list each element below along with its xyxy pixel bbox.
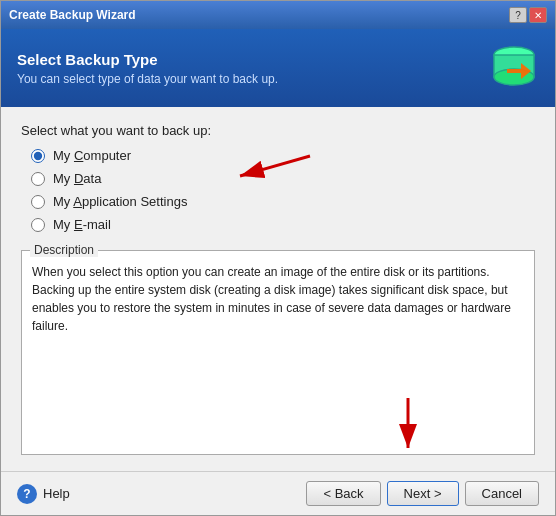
option-my-app-settings-label: My Application Settings [53,194,187,209]
window-title: Create Backup Wizard [9,8,136,22]
option-my-computer[interactable]: My Computer [31,148,535,163]
back-button[interactable]: < Back [306,481,380,506]
cancel-button[interactable]: Cancel [465,481,539,506]
option-my-computer-label: My Computer [53,148,131,163]
radio-my-computer[interactable] [31,149,45,163]
wizard-header: Select Backup Type You can select type o… [1,29,555,107]
option-my-data[interactable]: My Data [31,171,535,186]
titlebar-controls: ? ✕ [509,7,547,23]
header-icon [489,43,539,93]
help-label: Help [43,486,70,501]
radio-my-email[interactable] [31,218,45,232]
option-my-email-label: My E-mail [53,217,111,232]
header-text: Select Backup Type You can select type o… [17,51,489,86]
titlebar: Create Backup Wizard ? ✕ [1,1,555,29]
option-my-data-label: My Data [53,171,101,186]
footer-left: ? Help [17,484,70,504]
radio-my-data[interactable] [31,172,45,186]
next-button[interactable]: Next > [387,481,459,506]
help-icon[interactable]: ? [17,484,37,504]
select-label: Select what you want to back up: [21,123,535,138]
wizard-footer: ? Help < Back Next > Cancel [1,471,555,515]
close-titlebar-button[interactable]: ✕ [529,7,547,23]
wizard-content: Select what you want to back up: My Comp… [1,107,555,471]
radio-my-app-settings[interactable] [31,195,45,209]
option-my-app-settings[interactable]: My Application Settings [31,194,535,209]
description-text: When you select this option you can crea… [32,263,524,335]
radio-group: My Computer My Data My Application Setti… [31,148,535,232]
description-legend: Description [30,243,98,257]
help-titlebar-button[interactable]: ? [509,7,527,23]
header-title: Select Backup Type [17,51,489,68]
description-box: Description When you select this option … [21,250,535,455]
footer-buttons: < Back Next > Cancel [306,481,539,506]
option-my-email[interactable]: My E-mail [31,217,535,232]
header-subtitle: You can select type of data your want to… [17,72,489,86]
